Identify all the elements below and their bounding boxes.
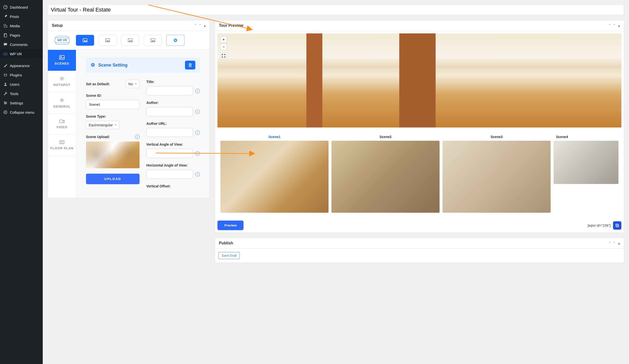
caret-up-icon[interactable]: ▴ (618, 241, 620, 245)
gear-icon (90, 63, 95, 68)
publish-panel: Publish ˄ ˅ ▴ Save Draft (215, 238, 624, 263)
sidebar-label: Tools (10, 92, 18, 96)
vtab-label: FLOOR PLAN (50, 146, 74, 150)
chevron-down-icon[interactable]: ˅ (614, 241, 615, 245)
sidebar-item-settings[interactable]: Settings (0, 98, 43, 108)
zoom-in-button[interactable]: + (220, 36, 227, 43)
preview-panel: Tour Preview ˄ ˅ ▴ + − (215, 20, 624, 233)
help-icon[interactable]: i (195, 130, 200, 135)
sidebar-label: Plugins (10, 73, 22, 77)
sidebar-label: Settings (10, 101, 23, 105)
target-icon (59, 76, 64, 81)
svg-rect-24 (59, 120, 63, 123)
scene-tab-3[interactable] (121, 35, 139, 46)
page-icon (3, 33, 8, 38)
setup-panel: Setup ˄ ˅ ▴ WP VR (48, 20, 210, 198)
sidebar-item-comments[interactable]: Comments (0, 40, 43, 49)
comment-icon (3, 42, 8, 47)
author-input[interactable] (147, 107, 193, 116)
scene-id-input[interactable] (86, 100, 140, 109)
sidebar-label: Collapse menu (10, 110, 34, 115)
chevron-up-icon[interactable]: ˄ (609, 241, 611, 245)
help-icon[interactable]: i (195, 89, 200, 93)
sidebar-item-collapse[interactable]: Collapse menu (0, 108, 43, 117)
sidebar-item-posts[interactable]: Posts (0, 12, 43, 21)
sidebar-item-users[interactable]: Users (0, 80, 43, 89)
preview-button[interactable]: Preview (217, 221, 244, 230)
gallery-label: Scene3 (443, 135, 551, 139)
sidebar-item-pages[interactable]: Pages (0, 30, 43, 40)
scene-tab-add[interactable] (166, 35, 184, 46)
svg-rect-3 (4, 34, 7, 37)
fullscreen-button[interactable] (220, 53, 227, 59)
zoom-out-button[interactable]: − (220, 44, 227, 50)
vtab-label: SCENES (55, 62, 69, 65)
plugin-icon (3, 72, 8, 77)
gear-icon (59, 98, 64, 103)
video-icon (59, 119, 65, 123)
sidebar-label: Posts (10, 14, 19, 19)
chevron-down-icon[interactable]: ˅ (614, 24, 615, 27)
sliders-icon (3, 101, 8, 105)
vtab-floorplan[interactable]: FLOOR PLAN (48, 134, 76, 156)
scene-tab-4[interactable] (144, 35, 162, 46)
tour-title-input[interactable] (48, 4, 624, 15)
chevron-down-icon[interactable]: ˅ (199, 24, 201, 27)
haov-input[interactable] (147, 170, 193, 179)
help-icon[interactable]: i (195, 151, 200, 156)
svg-point-22 (60, 77, 64, 80)
users-icon (3, 82, 8, 87)
sidebar-item-tools[interactable]: Tools (0, 89, 43, 98)
author-url-input[interactable] (147, 128, 193, 137)
sidebar-item-wpvr[interactable]: WP VR (0, 49, 43, 58)
sidebar-item-media[interactable]: Media (0, 21, 43, 30)
preview-title: Tour Preview (219, 23, 243, 28)
svg-point-7 (6, 103, 6, 103)
vaov-input[interactable] (147, 149, 193, 158)
gallery-thumb (443, 141, 551, 213)
scene-tab-1[interactable] (76, 35, 94, 46)
vtab-general[interactable]: GENERAL (48, 92, 76, 114)
scene-type-select[interactable]: Equirectangular (86, 121, 119, 129)
scene-setting-label: Scene Setting (98, 63, 128, 68)
scene-gallery: Scene1 Scene2 Scene3 Scene4 (217, 132, 621, 216)
caret-up-icon[interactable]: ▴ (618, 24, 620, 27)
collapse-icon (3, 110, 8, 115)
panorama-viewer[interactable]: + − (217, 33, 621, 127)
sidebar-label: Dashboard (10, 5, 28, 9)
sidebar-label: Pages (10, 33, 20, 37)
vtab-label: VIDEO (56, 125, 67, 129)
title-input[interactable] (147, 86, 193, 95)
sidebar-item-dashboard[interactable]: Dashboard (0, 2, 43, 12)
gallery-label: Scene4 (554, 135, 619, 139)
caret-up-icon[interactable]: ▴ (204, 24, 206, 27)
gallery-item-2[interactable]: Scene2 (331, 135, 440, 213)
gallery-item-1[interactable]: Scene1 (220, 135, 328, 213)
gallery-item-3[interactable]: Scene3 (443, 135, 551, 213)
sidebar-item-appearance[interactable]: Appearance (0, 61, 43, 70)
scene-upload-preview[interactable] (86, 141, 140, 168)
chevron-up-icon[interactable]: ˄ (609, 24, 611, 27)
publish-panel-header: Publish ˄ ˅ ▴ (215, 238, 624, 248)
set-default-select[interactable]: No (126, 80, 140, 88)
vtab-video[interactable]: VIDEO (48, 114, 76, 134)
vtab-scenes[interactable]: SCENES (48, 50, 76, 71)
help-icon[interactable]: i (135, 134, 140, 139)
vtab-hotspot[interactable]: HOTSPOT (48, 71, 76, 92)
save-draft-button[interactable]: Save Draft (218, 252, 240, 259)
upload-button[interactable]: UPLOAD (86, 174, 140, 184)
author-url-label: Author URL: (147, 121, 200, 125)
vr-icon (3, 51, 8, 56)
gallery-item-4[interactable]: Scene4 (554, 135, 619, 213)
help-icon[interactable]: i (195, 110, 200, 114)
delete-scene-button[interactable] (185, 61, 195, 70)
svg-point-21 (61, 78, 63, 79)
copy-shortcode-button[interactable] (613, 221, 621, 230)
svg-point-17 (152, 40, 152, 40)
chevron-up-icon[interactable]: ˄ (195, 24, 196, 27)
vaov-label: Vertical Angle of View: (147, 142, 200, 146)
svg-point-9 (4, 111, 7, 114)
sidebar-item-plugins[interactable]: Plugins (0, 70, 43, 80)
scene-tab-2[interactable] (99, 35, 117, 46)
help-icon[interactable]: i (195, 172, 200, 177)
